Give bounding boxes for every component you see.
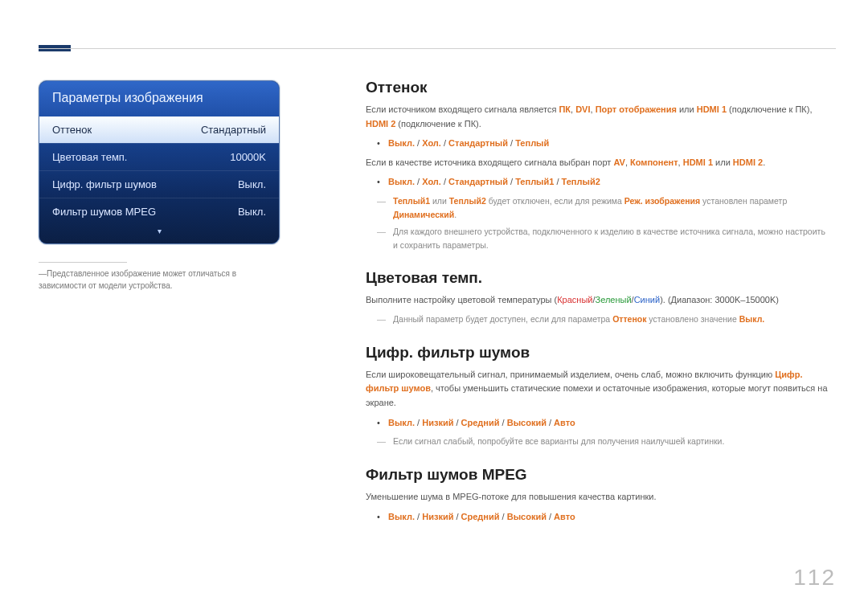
osd-row-label: Цифр. фильтр шумов (52, 178, 157, 190)
dnr-notes: Если сигнал слабый, попробуйте все вариа… (377, 435, 832, 448)
list-item: Выкл. / Низкий / Средний / Высокий / Авт… (377, 415, 832, 431)
header-rule (39, 48, 836, 49)
colortemp-para: Выполните настройку цветовой температуры… (366, 293, 832, 308)
chevron-down-icon[interactable]: ▾ (39, 225, 279, 240)
list-item: Теплый1 или Теплый2 будет отключен, если… (377, 194, 832, 222)
footnote-separator (39, 262, 127, 263)
list-item: Выкл. / Низкий / Средний / Высокий / Авт… (377, 509, 832, 525)
osd-row-label: Цветовая темп. (52, 151, 127, 163)
osd-row-value: Выкл. (238, 206, 266, 218)
footnote: ―Представленное изображение может отлича… (39, 268, 280, 292)
section-colortemp: Цветовая темп. Выполните настройку цвето… (366, 269, 832, 325)
tone-para-2: Если в качестве источника входящего сигн… (366, 156, 832, 170)
section-dnr: Цифр. фильтр шумов Если широковещательны… (366, 344, 832, 448)
osd-row-value: 10000K (230, 151, 266, 163)
osd-row-mpeg[interactable]: Фильтр шумов MPEG Выкл. (39, 198, 279, 225)
list-item: Выкл. / Хол. / Стандартный / Теплый (377, 136, 832, 151)
left-column: Параметры изображения Оттенок Стандартны… (39, 80, 280, 292)
section-title-mpeg: Фильтр шумов MPEG (366, 466, 832, 484)
section-title-dnr: Цифр. фильтр шумов (366, 344, 832, 362)
section-title-tone: Оттенок (366, 79, 832, 96)
osd-row-label: Фильтр шумов MPEG (52, 206, 156, 218)
section-title-colortemp: Цветовая темп. (366, 269, 832, 287)
osd-row-tone[interactable]: Оттенок Стандартный (39, 116, 279, 143)
footnote-dash: ― (39, 268, 47, 280)
colortemp-notes: Данный параметр будет доступен, если для… (377, 313, 832, 326)
list-item: Если сигнал слабый, попробуйте все вариа… (377, 435, 832, 448)
content-column: Оттенок Если источником входящего сигнал… (366, 79, 832, 541)
osd-title: Параметры изображения (39, 81, 279, 116)
list-item: Выкл. / Хол. / Стандартный / Теплый1 / Т… (377, 174, 832, 190)
section-mpeg: Фильтр шумов MPEG Уменьшение шума в MPEG… (366, 466, 832, 524)
mpeg-para: Уменьшение шума в MPEG-потоке для повыше… (366, 490, 832, 505)
osd-row-colortemp[interactable]: Цветовая темп. 10000K (39, 143, 279, 170)
tone-options-2: Выкл. / Хол. / Стандартный / Теплый1 / Т… (377, 174, 832, 190)
footnote-text: Представленное изображение может отличат… (39, 269, 236, 290)
list-item: Для каждого внешнего устройства, подключ… (377, 225, 832, 252)
mpeg-options: Выкл. / Низкий / Средний / Высокий / Авт… (377, 509, 832, 525)
tone-options-1: Выкл. / Хол. / Стандартный / Теплый (377, 136, 832, 151)
osd-row-dnr[interactable]: Цифр. фильтр шумов Выкл. (39, 170, 279, 198)
osd-row-value: Выкл. (238, 178, 266, 190)
dnr-para: Если широковещательный сигнал, принимаем… (366, 368, 832, 411)
tone-notes: Теплый1 или Теплый2 будет отключен, если… (377, 194, 832, 251)
section-tone: Оттенок Если источником входящего сигнал… (366, 79, 832, 251)
osd-body: Оттенок Стандартный Цветовая темп. 10000… (39, 116, 279, 243)
page-number: 112 (793, 565, 836, 591)
osd-panel: Параметры изображения Оттенок Стандартны… (39, 80, 280, 244)
list-item: Данный параметр будет доступен, если для… (377, 313, 832, 326)
dnr-options: Выкл. / Низкий / Средний / Высокий / Авт… (377, 415, 832, 431)
osd-row-value: Стандартный (201, 124, 266, 136)
tone-para-1: Если источником входящего сигнала являет… (366, 103, 832, 131)
osd-row-label: Оттенок (52, 124, 92, 136)
